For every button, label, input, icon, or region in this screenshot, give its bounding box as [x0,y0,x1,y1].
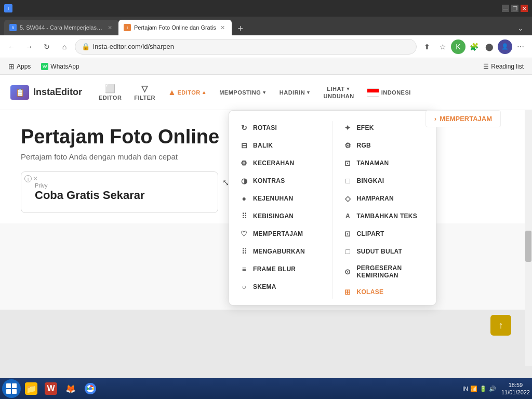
dropdown-kebisingan[interactable]: ⠿ KEBISINGAN [234,207,327,225]
start-button[interactable] [2,379,21,398]
back-button[interactable]: ← [4,39,19,54]
nav-editor-active[interactable]: ▲ EDITOR ▲ [168,88,207,97]
tanaman-icon: ⊡ [343,158,353,168]
extensions-btn2[interactable]: ⬤ [482,39,497,54]
profile-button[interactable]: 👤 [498,39,512,54]
taskbar-right: IN 📶 🔋 🔊 18:59 11/01/2022 [459,381,530,396]
dropdown-skema[interactable]: ○ SKEMA [234,278,327,296]
nav-indonesia-label: INDONESI [381,89,411,96]
page-scrollbar[interactable] [525,75,532,366]
ad-info-button[interactable]: i [24,175,32,182]
dropdown-efek[interactable]: ✦ EFEK [338,119,431,137]
dropdown-balik[interactable]: ⊟ BALIK [234,137,327,154]
nav-lihat-unduhan[interactable]: LIHAT ▼ UNDUHAN [324,86,354,99]
dropdown-frame-blur[interactable]: ≡ FRAME BLUR [234,260,327,278]
maximize-button[interactable]: ❐ [511,5,518,12]
taskbar-file-explorer[interactable]: 📁 [22,380,41,397]
bookmark-apps[interactable]: ⊞ Apps [4,60,35,73]
nav-editor[interactable]: ⬜ EDITOR [99,84,122,101]
tab-1-close[interactable]: ✕ [106,24,113,31]
editor-dropdown-menu: ↻ ROTASI ⊟ BALIK ⚙ KECERAHAN ◑ KONTRAS ● [229,110,436,305]
dropdown-left-col: ↻ ROTASI ⊟ BALIK ⚙ KECERAHAN ◑ KONTRAS ● [229,119,332,301]
battery-icon: 🔋 [480,385,487,392]
bingkai-label: BINGKAI [357,177,384,184]
mempertajam-label: MEMPERTAJAM [253,230,303,237]
tab-2-close[interactable]: ✕ [219,24,227,31]
address-bar[interactable]: 🔒 insta-editor.com/id/sharpen [75,39,417,55]
dropdown-kontras[interactable]: ◑ KONTRAS [234,172,327,190]
dropdown-sudut-bulat[interactable]: □ SUDUT BULAT [338,243,431,260]
reading-list-button[interactable]: ☰ Reading list [479,61,528,72]
whatsapp-label: WhatsApp [50,63,79,70]
dropdown-pergeseran-kemiringan[interactable]: ⊙ PERGESERAN KEMIRINGAN [338,260,431,283]
extensions-button[interactable]: 🧩 [467,39,481,54]
breadcrumb-mempertajam[interactable]: › MEMPERTAJAM [425,110,501,127]
dropdown-tanaman[interactable]: ⊡ TANAMAN [338,154,431,172]
settings-button[interactable]: ⋯ [513,39,528,54]
nav-unduhan-label: UNDUHAN [324,93,354,99]
scroll-thumb[interactable] [525,231,531,262]
tab-1-title: 5. SW044 - Cara Memperjelas Tu [20,24,103,31]
dropdown-clipart[interactable]: ⊡ CLIPART [338,225,431,243]
ad-close-button[interactable]: ✕ [33,175,38,182]
nav-editor-active-label: EDITOR [177,89,200,96]
scroll-up-button[interactable]: ↑ [490,315,511,336]
kolase-label: KOLASE [357,288,384,296]
new-tab-button[interactable]: + [234,22,247,35]
title-bar: I — ❐ ✕ [0,0,532,17]
mempertajam-icon: ♡ [240,229,249,238]
k-extension-button[interactable]: K [451,39,466,54]
dropdown-bingkai[interactable]: □ BINGKAI [338,172,431,190]
editor-icon: ⬜ [105,84,116,94]
forward-button[interactable]: → [22,39,36,54]
taskbar-word[interactable]: W [42,380,60,397]
tab-2[interactable]: I Pertajam Foto Online dan Gratis ✕ [118,20,232,35]
ad-cta[interactable]: Coba Gratis Sekarar [35,189,145,202]
bookmark-whatsapp[interactable]: W WhatsApp [37,61,83,72]
editor-active-icon: ▲ [168,88,176,97]
dropdown-mengaburkan[interactable]: ⠿ MENGABURKAN [234,243,327,260]
nav-memposting[interactable]: MEMPOSTING ▼ [219,89,267,96]
kebisingan-label: KEBISINGAN [253,212,294,220]
apps-icon: ⊞ [8,62,15,71]
bingkai-icon: □ [343,176,353,185]
taskbar-firefox[interactable]: 🦊 [61,380,80,397]
lock-icon: 🔒 [82,43,90,50]
dropdown-kejenuhan[interactable]: ● KEJENUHAN [234,190,327,207]
share-button[interactable]: ⬆ [420,39,434,54]
reading-list-label: Reading list [491,63,524,70]
taskbar-chrome[interactable] [81,380,100,397]
nav-memposting-label: MEMPOSTING [219,89,261,96]
tab-1[interactable]: 5 5. SW044 - Cara Memperjelas Tu ✕ [4,20,118,35]
dropdown-rotasi[interactable]: ↻ ROTASI [234,119,327,137]
tab-2-favicon: I [124,24,131,31]
tab-scroll-button[interactable]: ⌄ [513,21,528,35]
logo-icon: 📋 [10,85,29,100]
tab-2-title: Pertajam Foto Online dan Gratis [134,24,216,31]
dropdown-right-col: ✦ EFEK ⚙ RGB ⊡ TANAMAN □ BINGKAI ◇ HAM [333,119,436,301]
minimize-button[interactable]: — [502,5,509,12]
tanaman-label: TANAMAN [357,159,389,167]
site-logo[interactable]: 📋 InstaEditor [10,85,83,100]
hadirin-arrow: ▼ [306,90,311,95]
nav-hadirin[interactable]: HADIRIN ▼ [280,89,311,96]
close-button[interactable]: ✕ [521,5,528,12]
refresh-button[interactable]: ↻ [39,39,54,54]
frame-blur-icon: ≡ [240,264,249,274]
nav-indonesia[interactable]: INDONESI [367,88,411,97]
logo-text: InstaEditor [33,87,82,98]
mengaburkan-icon: ⠿ [240,247,249,256]
favorites-button[interactable]: ☆ [435,39,450,54]
nav-filter[interactable]: ▽ FILTER [134,84,155,101]
home-button[interactable]: ⌂ [57,39,72,54]
dropdown-kecerahan[interactable]: ⚙ KECERAHAN [234,154,327,172]
chrome-icon [84,382,97,395]
dropdown-tambahkan-teks[interactable]: A TAMBAHKAN TEKS [338,207,431,225]
dropdown-hamparan[interactable]: ◇ HAMPARAN [338,190,431,207]
dropdown-kolase[interactable]: ⊞ KOLASE [338,283,431,301]
dropdown-mempertajam[interactable]: ♡ MEMPERTAJAM [234,225,327,243]
dropdown-rgb[interactable]: ⚙ RGB [338,137,431,154]
page-content: 📋 InstaEditor ⬜ EDITOR ▽ FILTER ▲ EDITOR… [0,75,532,382]
frame-blur-label: FRAME BLUR [253,265,296,273]
ad-brand: Privy [35,182,145,189]
